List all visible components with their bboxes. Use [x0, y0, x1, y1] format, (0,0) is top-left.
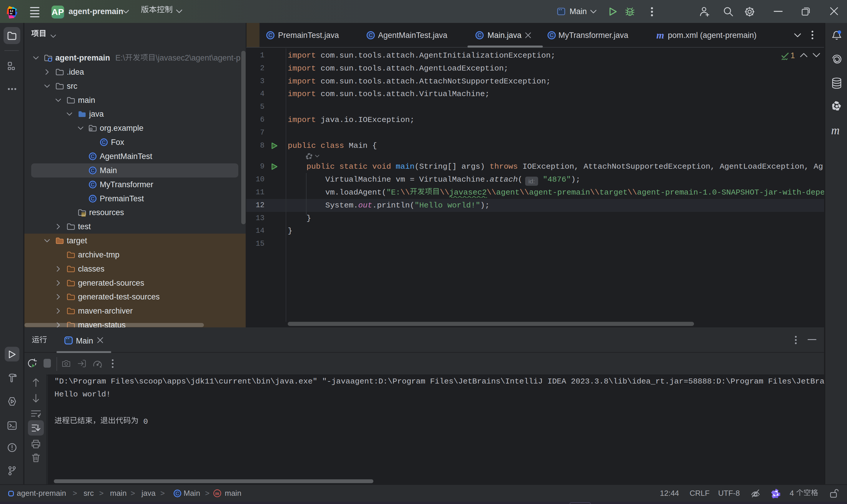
svg-text:C: C — [550, 32, 553, 38]
svg-text:C: C — [91, 182, 94, 187]
svg-text:C: C — [102, 140, 106, 145]
svg-text:C: C — [91, 154, 94, 159]
svg-text:m: m — [215, 491, 220, 496]
svg-text:C: C — [91, 196, 94, 202]
svg-text:IJ: IJ — [10, 10, 13, 13]
svg-text:C: C — [478, 32, 481, 38]
svg-text:C: C — [369, 32, 373, 38]
svg-text:C: C — [268, 32, 272, 38]
svg-text:C: C — [176, 491, 179, 497]
svg-text:C: C — [91, 168, 94, 174]
